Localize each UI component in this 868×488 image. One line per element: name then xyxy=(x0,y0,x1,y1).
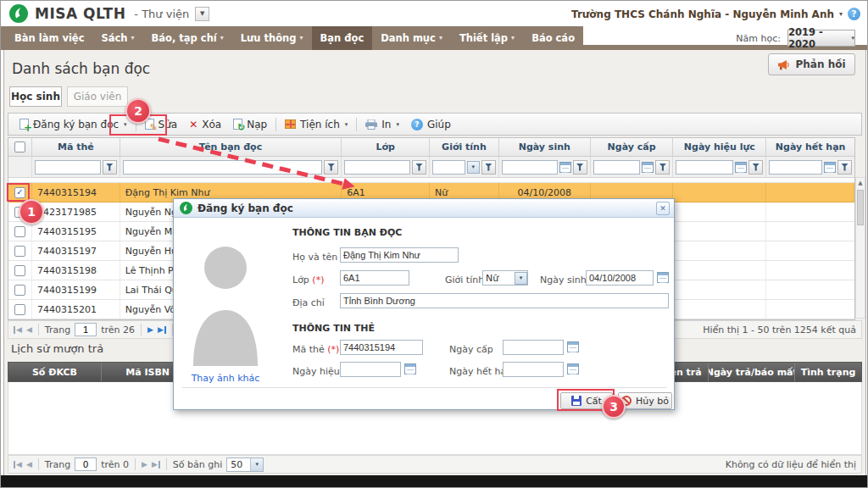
gender-label: Giới tính xyxy=(445,274,484,286)
nav-tab-bao-cao[interactable]: Báo cáo xyxy=(523,26,583,50)
nav-tab-bao-tap-chi[interactable]: Báo, tạp chí▾ xyxy=(143,26,232,50)
filter-button[interactable] xyxy=(655,160,670,175)
nav-tab-danh-muc[interactable]: Danh mục▾ xyxy=(372,26,451,50)
avatar xyxy=(189,230,262,366)
calendar-icon[interactable] xyxy=(824,162,836,173)
nav-tab-ban-doc[interactable]: Bạn đọc xyxy=(312,26,373,50)
filter-lop-input[interactable] xyxy=(344,160,410,175)
filter-button[interactable] xyxy=(837,160,852,175)
first-page-button[interactable]: ◀ xyxy=(14,326,22,334)
valid-date-field[interactable] xyxy=(340,362,401,377)
filter-button[interactable] xyxy=(748,160,763,175)
last-page-button[interactable]: ▶ xyxy=(158,326,166,334)
refresh-button[interactable]: ↻ Nạp xyxy=(227,117,273,132)
gender-select[interactable]: Nữ ▾ xyxy=(482,270,528,286)
filter-ten-input[interactable] xyxy=(123,160,322,175)
col-hen-tra[interactable]: ẹn trả xyxy=(670,363,709,381)
address-field[interactable] xyxy=(340,293,669,308)
filter-ngay-het-han-input[interactable] xyxy=(769,160,822,175)
calendar-icon[interactable] xyxy=(567,341,579,352)
col-ma-the[interactable]: Mã thẻ xyxy=(32,138,120,156)
row-checkbox[interactable] xyxy=(14,265,25,276)
next-page-button[interactable]: ▶ xyxy=(142,461,147,469)
filter-button[interactable] xyxy=(103,160,117,175)
row-checkbox[interactable] xyxy=(14,285,25,296)
page-number-input[interactable] xyxy=(75,323,97,336)
change-photo-link[interactable]: Thay ảnh khác xyxy=(181,373,270,384)
col-ngay-tra[interactable]: Ngày trả/báo mất xyxy=(709,363,795,381)
nav-tab-ban-lam-viec[interactable]: Bàn làm việc xyxy=(6,26,92,50)
name-field[interactable] xyxy=(340,247,459,263)
toolbar-separator xyxy=(356,118,357,131)
filter-ma-the-input[interactable] xyxy=(35,160,101,175)
feedback-button[interactable]: Phản hồi xyxy=(768,53,855,75)
filter-ngay-cap-input[interactable] xyxy=(593,160,641,175)
col-so-dkcb[interactable]: Số ĐKCB xyxy=(8,363,102,381)
prev-page-button[interactable]: ◀ xyxy=(26,461,32,469)
page-size-select[interactable]: 50 ▾ xyxy=(226,458,264,472)
school-year-select[interactable]: 2019 - 2020 ▾ xyxy=(787,30,855,47)
col-ngay-hieu-luc[interactable]: Ngày hiệu lực xyxy=(673,138,766,156)
help-icon[interactable]: ? xyxy=(848,8,860,20)
col-ngay-het-han[interactable]: Ngày hết hạn xyxy=(766,138,854,156)
class-field[interactable] xyxy=(340,270,409,286)
filter-button[interactable] xyxy=(324,160,338,175)
filter-button[interactable] xyxy=(573,160,587,175)
calendar-icon[interactable] xyxy=(642,162,654,173)
filter-ngay-hieu-luc-input[interactable] xyxy=(676,160,733,175)
section-card-info: THÔNG TIN THẺ xyxy=(292,323,375,334)
scroll-up-icon[interactable]: ▲ xyxy=(856,180,865,186)
calendar-icon[interactable] xyxy=(567,363,579,374)
expire-date-field[interactable] xyxy=(503,362,564,377)
section-reader-info: THÔNG TIN BẠN ĐỌC xyxy=(292,227,402,238)
dialog-close-button[interactable]: ✕ xyxy=(656,202,670,215)
col-ten-ban-doc[interactable]: Tên bạn đọc xyxy=(120,138,342,156)
col-gioi-tinh[interactable]: Giới tính xyxy=(430,138,499,156)
scrollbar-thumb[interactable] xyxy=(857,190,864,225)
vertical-scrollbar[interactable]: ▲ xyxy=(855,177,865,319)
help-button[interactable]: ? Giúp xyxy=(405,117,457,132)
account-dropdown-icon[interactable]: ▾ xyxy=(839,10,843,18)
first-page-button[interactable]: ◀ xyxy=(14,461,22,469)
row-checkbox[interactable] xyxy=(14,304,25,315)
annotation-step-2: 2 xyxy=(125,98,151,124)
calendar-icon[interactable] xyxy=(735,162,747,173)
col-tinh-trang[interactable]: Tình trạng xyxy=(795,363,861,381)
tab-hoc-sinh[interactable]: Học sinh xyxy=(9,86,62,107)
nav-tab-thiet-lap[interactable]: Thiết lập▾ xyxy=(451,26,523,50)
card-field[interactable] xyxy=(340,340,423,355)
calendar-icon[interactable] xyxy=(404,363,416,374)
tab-giao-vien[interactable]: Giáo viên xyxy=(67,86,128,107)
delete-button[interactable]: ✕ Xóa xyxy=(183,117,227,132)
top-bar: MISA QLTH - Thư viện ▼ Trường THCS Chánh… xyxy=(1,1,867,26)
col-lop[interactable]: Lớp xyxy=(342,138,430,156)
module-dropdown-button[interactable]: ▼ xyxy=(195,7,209,21)
filter-ngay-sinh-input[interactable] xyxy=(502,160,558,175)
col-ngay-sinh[interactable]: Ngày sinh xyxy=(499,138,591,156)
select-all-checkbox[interactable] xyxy=(14,141,25,152)
dob-field[interactable] xyxy=(586,270,654,286)
nav-bar: Bàn làm việc Sách▾ Báo, tạp chí▾ Lưu thô… xyxy=(1,26,867,50)
print-button[interactable]: In ▾ xyxy=(359,117,405,132)
issue-date-field[interactable] xyxy=(503,340,564,355)
prev-page-button[interactable]: ◀ xyxy=(26,326,32,334)
row-checkbox[interactable] xyxy=(14,226,25,237)
dialog-titlebar[interactable]: Đăng ký bạn đọc xyxy=(174,199,674,218)
calendar-icon[interactable] xyxy=(559,162,571,173)
last-page-button[interactable]: ▶ xyxy=(152,461,160,469)
row-checkbox[interactable] xyxy=(14,246,25,257)
page-number-input[interactable] xyxy=(75,458,97,471)
cancel-button[interactable]: Hủy bỏ xyxy=(618,392,672,409)
next-page-button[interactable]: ▶ xyxy=(147,326,153,334)
filter-gioi-tinh-select[interactable] xyxy=(432,160,465,175)
utilities-button[interactable]: Tiện ích ▾ xyxy=(279,117,353,132)
nav-tab-sach[interactable]: Sách▾ xyxy=(92,26,142,50)
filter-button[interactable] xyxy=(481,160,496,175)
chevron-down-icon[interactable]: ▾ xyxy=(467,161,480,174)
calendar-icon[interactable] xyxy=(657,272,669,283)
page-label: Trang xyxy=(45,324,70,336)
col-ngay-cap[interactable]: Ngày cấp xyxy=(591,138,674,156)
nav-tab-luu-thong[interactable]: Lưu thông▾ xyxy=(232,26,312,50)
filter-button[interactable] xyxy=(412,160,426,175)
chevron-down-icon: ▾ xyxy=(300,26,303,50)
